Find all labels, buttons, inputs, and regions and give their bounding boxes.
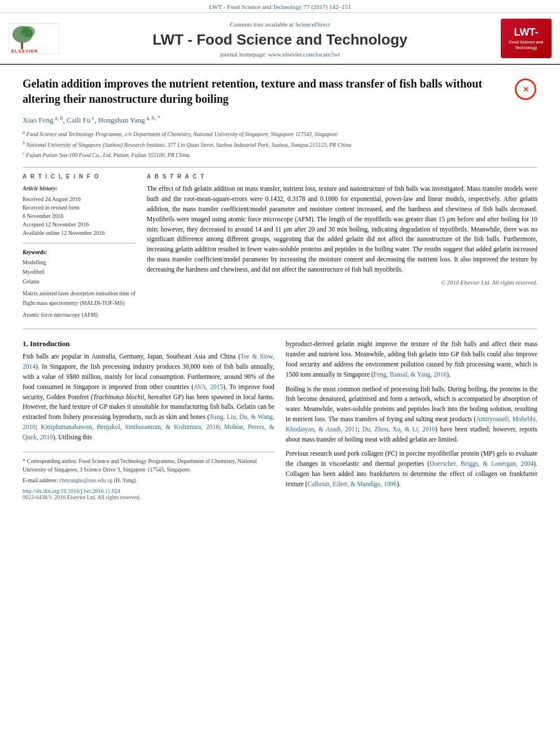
keyword-maldi: Matrix assisted laser desorption ionisat… xyxy=(23,289,135,308)
abstract-column: A B S T R A C T The effect of fish gelat… xyxy=(147,173,537,320)
authors-line: Xiao Feng a, b, Caili Fu c, Hongshun Yan… xyxy=(23,115,537,125)
intro-heading-text: Introduction xyxy=(30,339,70,348)
article-info-column: A R T I C L E I N F O Article history: R… xyxy=(23,173,135,320)
author-xiao-feng[interactable]: Xiao Feng xyxy=(23,116,54,124)
ref-tee-siow[interactable]: Tee & Siow, 2014 xyxy=(23,353,274,370)
history-label: Article history: xyxy=(23,184,135,193)
email-link[interactable]: chnyanghs@nus.edu.sg xyxy=(59,477,112,483)
body-two-column: 1. Introduction Fish balls are popular i… xyxy=(23,339,537,500)
journal-reference-text: LWT - Food Science and Technology 77 (20… xyxy=(209,3,351,10)
email-label: E-mail address: xyxy=(23,477,58,483)
history-revised: Received in revised form xyxy=(23,203,135,212)
author-hongshun-yang[interactable]: Hongshun Yang xyxy=(98,116,145,124)
affiliation-a: a Food Science and Technology Programme,… xyxy=(23,129,537,138)
keyword-gelatin: Gelatin xyxy=(23,277,135,286)
article-content: Gelatin addition improves the nutrient r… xyxy=(0,65,560,512)
homepage-url[interactable]: www.elsevier.com/locate/lwt xyxy=(268,51,340,58)
journal-reference-bar: LWT - Food Science and Technology 77 (20… xyxy=(0,0,560,13)
homepage-label: journal homepage: xyxy=(220,51,266,58)
crossmark-badge: ✕ xyxy=(514,77,537,101)
svg-text:ELSEVIER: ELSEVIER xyxy=(11,49,38,54)
intro-para-right-1: byproduct-derived gelatin might improve … xyxy=(286,339,537,379)
elsevier-logo-section: ELSEVIER xyxy=(0,19,68,58)
footnote-corresponding-text: * Corresponding author. Food Science and… xyxy=(23,458,257,473)
issn-line: 0023-6438/© 2016 Elsevier Ltd. All right… xyxy=(23,494,274,500)
aff-c-sup: c xyxy=(23,151,25,156)
abstract-heading: A B S T R A C T xyxy=(147,173,537,180)
footnote-corresponding-author: * Corresponding author. Food Science and… xyxy=(23,457,274,474)
author-xiao-feng-sup: a, b xyxy=(54,115,63,121)
keywords-label: Keywords: xyxy=(23,249,135,255)
lwt-logo-section: LWT- Food Science and Technology xyxy=(492,19,560,58)
footnote-email-line: E-mail address: chnyanghs@nus.edu.sg (H.… xyxy=(23,476,274,484)
journal-title: LWT - Food Science and Technology xyxy=(152,31,408,49)
journal-header-center: Contents lists available at ScienceDirec… xyxy=(68,19,492,58)
lwt-logo-icon: LWT- Food Science and Technology xyxy=(501,19,552,58)
doi-line: http://dx.doi.org/10.1016/j.lwt.2016.11.… xyxy=(23,488,274,494)
author-caili-fu[interactable]: Caili Fu xyxy=(67,116,90,124)
ref-kittiphattanabawon[interactable]: Kittiphattanabawon, Benjakul, Sinthusamr… xyxy=(41,423,219,430)
keyword-myofibril: Myofibril xyxy=(23,267,135,277)
aff-a-text: Food Science and Technology Programme, c… xyxy=(27,132,338,138)
elsevier-logo-icon: ELSEVIER xyxy=(8,23,59,54)
species-name: Trachinotus blochii xyxy=(93,394,145,400)
email-suffix: (H. Yang). xyxy=(114,477,138,483)
aff-b-sup: b xyxy=(23,141,25,146)
article-info-heading: A R T I C L E I N F O xyxy=(23,173,135,180)
intro-heading: 1. Introduction xyxy=(23,339,274,348)
ref-du-zhou[interactable]: Du, Zhou, Xu, & Li, 2010 xyxy=(362,426,435,433)
article-title: Gelatin addition improves the nutrient r… xyxy=(23,76,506,107)
history-revised-label: Received in revised form xyxy=(23,203,80,212)
keyword-modelling: Modelling xyxy=(23,257,135,267)
journal-header: ELSEVIER Contents lists available at Sci… xyxy=(0,13,560,65)
author-caili-fu-sup: c xyxy=(90,115,94,121)
contents-available-line: Contents lists available at ScienceDirec… xyxy=(230,20,330,29)
affiliations-section: a Food Science and Technology Programme,… xyxy=(23,129,537,159)
keywords-list: Modelling Myofibril Gelatin Matrix assis… xyxy=(23,257,135,320)
footnote-section: * Corresponding author. Food Science and… xyxy=(23,452,274,500)
intro-para-1: Fish balls are popular in Australia, Ger… xyxy=(23,352,274,442)
aff-b-text: National University of Singapore (Suzhou… xyxy=(27,142,352,148)
aff-c-text: Fujian Putian Sea-100 Food Co., Ltd, Put… xyxy=(26,152,190,158)
intro-para-right-2: Boiling is the most common method of pro… xyxy=(286,385,537,445)
history-revised-date-text: 6 November 2016 xyxy=(23,212,63,220)
svg-point-2 xyxy=(21,26,35,37)
aff-a-sup: a xyxy=(23,130,25,135)
history-received-label: Received 24 August 2016 xyxy=(23,195,81,203)
intro-number: 1. xyxy=(23,339,28,348)
body-section: 1. Introduction Fish balls are popular i… xyxy=(23,339,537,500)
ref-calhoun[interactable]: Calhoun, Eilert, & Mandigo, 1996 xyxy=(308,480,397,487)
ref-ava[interactable]: AVA, 2015 xyxy=(194,383,223,390)
contents-label: Contents lists available at xyxy=(230,21,294,28)
history-online-text: Available online 12 November 2016 xyxy=(23,229,104,237)
affiliation-c: c Fujian Putian Sea-100 Food Co., Ltd, P… xyxy=(23,150,537,159)
history-available-online: Available online 12 November 2016 xyxy=(23,229,135,237)
ref-feng-bansal[interactable]: Feng, Bansal, & Yang, 2016 xyxy=(374,371,447,378)
body-left-column: 1. Introduction Fish balls are popular i… xyxy=(23,339,274,500)
body-right-column: byproduct-derived gelatin might improve … xyxy=(286,339,537,500)
crossmark-icon: ✕ xyxy=(515,78,536,100)
lwt-logo-subtitle: Food Science and Technology xyxy=(501,40,552,50)
doi-link[interactable]: http://dx.doi.org/10.1016/j.lwt.2016.11.… xyxy=(23,488,120,494)
ref-doerscher[interactable]: Doerscher, Briggs, & Lonergan, 2004 xyxy=(430,460,534,467)
history-accepted: Accepted 12 November 2016 xyxy=(23,220,135,229)
keyword-afm: Atomic force microscopy (AFM) xyxy=(23,310,135,320)
history-received: Received 24 August 2016 xyxy=(23,195,135,203)
history-accepted-text: Accepted 12 November 2016 xyxy=(23,220,89,229)
article-info-abstract-section: A R T I C L E I N F O Article history: R… xyxy=(23,173,537,320)
divider-history-keywords xyxy=(23,243,135,243)
homepage-line: journal homepage: www.elsevier.com/locat… xyxy=(220,51,340,58)
history-revised-date: 6 November 2016 xyxy=(23,212,135,220)
lwt-logo-text: LWT- xyxy=(514,27,539,38)
divider-after-abstract xyxy=(23,329,537,329)
copyright-line: © 2016 Elsevier Ltd. All rights reserved… xyxy=(147,279,537,286)
abstract-text: The effect of fish gelatin addition on m… xyxy=(147,184,537,274)
article-title-section: Gelatin addition improves the nutrient r… xyxy=(23,76,537,107)
article-history-section: Article history: Received 24 August 2016… xyxy=(23,184,135,237)
intro-para-right-3: Previous research used pork collagen (PC… xyxy=(286,449,537,489)
affiliation-b: b National University of Singapore (Suzh… xyxy=(23,140,537,149)
divider-after-affiliations xyxy=(23,167,537,168)
sciencedirect-link[interactable]: ScienceDirect xyxy=(295,21,330,28)
author-hongshun-yang-sup: a, b, * xyxy=(145,115,160,121)
